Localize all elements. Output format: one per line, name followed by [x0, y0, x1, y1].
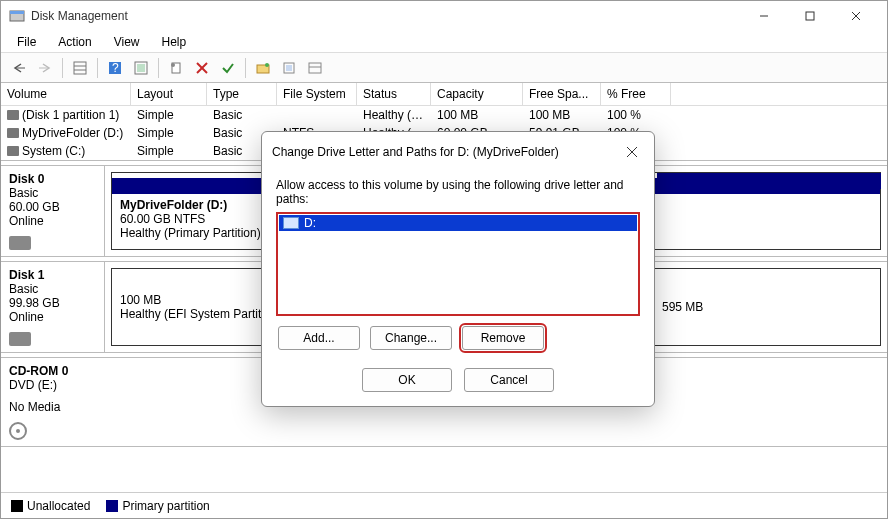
primary-stripe: [657, 173, 881, 189]
col-status[interactable]: Status: [357, 83, 431, 105]
change-drive-letter-dialog: Change Drive Letter and Paths for D: (My…: [261, 131, 655, 407]
drive-icon: [7, 110, 19, 120]
legend-swatch-unalloc: [11, 500, 23, 512]
show-hide-tree-button[interactable]: [68, 56, 92, 80]
settings-icon[interactable]: [129, 56, 153, 80]
cd-icon: [9, 422, 27, 440]
close-button[interactable]: [833, 1, 879, 31]
forward-button[interactable]: [33, 56, 57, 80]
list-icon[interactable]: [303, 56, 327, 80]
svg-rect-8: [74, 62, 86, 74]
col-fs[interactable]: File System: [277, 83, 357, 105]
col-free[interactable]: Free Spa...: [523, 83, 601, 105]
drive-paths-listbox[interactable]: D:: [276, 212, 640, 316]
toolbar: ?: [1, 53, 887, 83]
help-icon[interactable]: ?: [103, 56, 127, 80]
svg-rect-22: [286, 65, 292, 71]
legend-swatch-primary: [106, 500, 118, 512]
svg-rect-1: [10, 11, 24, 14]
remove-button[interactable]: Remove: [462, 326, 544, 350]
col-volume[interactable]: Volume: [1, 83, 131, 105]
change-button[interactable]: Change...: [370, 326, 452, 350]
check-icon[interactable]: [216, 56, 240, 80]
disk-icon: [9, 236, 31, 250]
svg-rect-23: [309, 63, 321, 73]
new-folder-icon[interactable]: [251, 56, 275, 80]
menubar: File Action View Help: [1, 31, 887, 53]
app-icon: [9, 8, 25, 24]
drive-icon: [283, 217, 299, 229]
table-row[interactable]: (Disk 1 partition 1) Simple Basic Health…: [1, 106, 887, 124]
disk-icon: [9, 332, 31, 346]
refresh-icon[interactable]: [277, 56, 301, 80]
titlebar: Disk Management: [1, 1, 887, 31]
col-capacity[interactable]: Capacity: [431, 83, 523, 105]
menu-file[interactable]: File: [7, 33, 46, 51]
window-title: Disk Management: [31, 9, 741, 23]
col-layout[interactable]: Layout: [131, 83, 207, 105]
maximize-button[interactable]: [787, 1, 833, 31]
dialog-close-button[interactable]: [620, 140, 644, 164]
ok-button[interactable]: OK: [362, 368, 452, 392]
col-pfree[interactable]: % Free: [601, 83, 671, 105]
drive-icon: [7, 128, 19, 138]
dialog-title: Change Drive Letter and Paths for D: (My…: [272, 145, 620, 159]
svg-rect-3: [806, 12, 814, 20]
menu-view[interactable]: View: [104, 33, 150, 51]
drive-icon: [7, 146, 19, 156]
menu-action[interactable]: Action: [48, 33, 101, 51]
disk-info[interactable]: CD-ROM 0 DVD (E:) No Media: [1, 358, 105, 446]
delete-icon[interactable]: [190, 56, 214, 80]
minimize-button[interactable]: [741, 1, 787, 31]
add-button[interactable]: Add...: [278, 326, 360, 350]
legend: Unallocated Primary partition: [1, 492, 887, 518]
volume-table-header[interactable]: Volume Layout Type File System Status Ca…: [1, 83, 887, 106]
col-type[interactable]: Type: [207, 83, 277, 105]
disk-name: CD-ROM 0: [9, 364, 97, 378]
list-item[interactable]: D:: [279, 215, 637, 231]
dialog-hint: Allow access to this volume by using the…: [276, 178, 640, 206]
partition[interactable]: 595 MB: [653, 268, 881, 346]
cancel-button[interactable]: Cancel: [464, 368, 554, 392]
disk-info[interactable]: Disk 0 Basic 60.00 GB Online: [1, 166, 105, 256]
disk-info[interactable]: Disk 1 Basic 99.98 GB Online: [1, 262, 105, 352]
svg-text:?: ?: [112, 61, 119, 75]
properties-icon[interactable]: [164, 56, 188, 80]
svg-point-16: [171, 63, 175, 67]
menu-help[interactable]: Help: [152, 33, 197, 51]
svg-point-20: [265, 63, 269, 67]
svg-rect-14: [137, 64, 145, 72]
disk-name: Disk 0: [9, 172, 96, 186]
disk-name: Disk 1: [9, 268, 96, 282]
back-button[interactable]: [7, 56, 31, 80]
